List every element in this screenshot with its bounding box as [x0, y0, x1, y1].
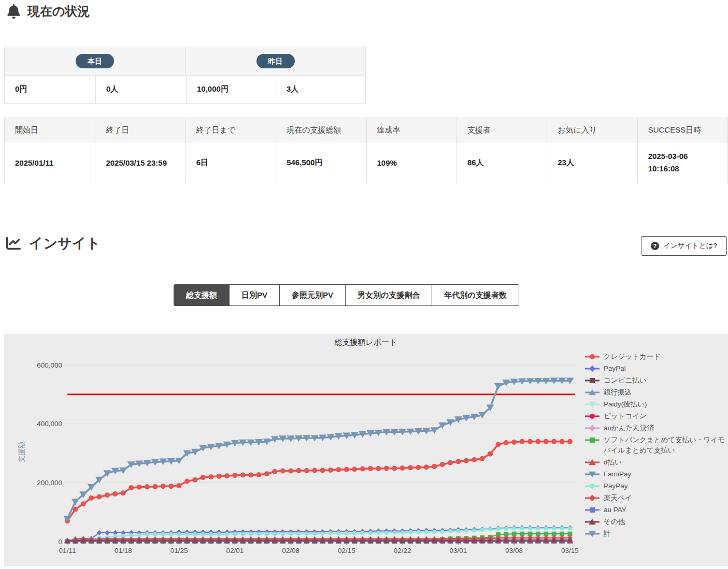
legend-item-label: au PAY [604, 505, 626, 515]
svg-text:02/08: 02/08 [282, 547, 299, 555]
insight-help-button[interactable]: ? インサイトとは? [641, 236, 727, 256]
value-success-datetime: 2025-03-06 10:16:08 [637, 142, 727, 183]
legend-item-label: d払い [604, 457, 622, 468]
legend-marker-icon [584, 425, 600, 432]
legend-marker-icon [584, 377, 600, 384]
svg-text:支援額: 支援額 [18, 441, 25, 462]
bell-icon [7, 4, 20, 19]
legend-item[interactable]: ビットコイン [584, 411, 728, 421]
legend-item-label: Paidy(後払い) [604, 399, 647, 410]
legend-marker-icon [584, 494, 600, 502]
yesterday-header-cell: 昨日 [185, 47, 365, 75]
svg-text:400,000: 400,000 [37, 420, 62, 428]
legend-marker-icon [584, 518, 600, 526]
legend-item[interactable]: auかんたん決済 [584, 423, 728, 433]
header-success-datetime: SUCCESS日時 [637, 118, 727, 142]
legend-marker-icon [584, 471, 600, 478]
legend-item-label: auかんたん決済 [604, 423, 654, 433]
today-header-cell: 本日 [5, 47, 185, 75]
value-current-total: 546,500円 [276, 142, 366, 183]
header-favorites: お気に入り [547, 118, 637, 142]
legend-item-label: PayPal [604, 363, 626, 374]
insight-section-heading: インサイト [5, 234, 101, 253]
legend-item[interactable]: FamiPay [584, 469, 728, 479]
legend-item-label: コンビニ払い [604, 375, 647, 386]
header-current-total: 現在の支援総額 [276, 118, 366, 142]
status-section-heading: 現在の状況 [7, 3, 90, 20]
yesterday-supporter-count: 3人 [276, 76, 365, 103]
legend-item[interactable]: Paidy(後払い) [584, 399, 728, 410]
tab-total-support[interactable]: 総支援額 [174, 284, 230, 306]
today-amount: 0円 [5, 76, 95, 103]
legend-item[interactable]: コンビニ払い [584, 375, 728, 386]
status-section-title: 現在の状況 [27, 3, 90, 20]
legend-marker-icon [584, 483, 600, 490]
legend-item[interactable]: ソフトバンクまとめて支払い・ワイモバイルまとめて支払い [584, 435, 728, 456]
legend-item[interactable]: 銀行振込 [584, 387, 728, 398]
value-days-remaining: 6日 [185, 142, 276, 183]
legend-item-label: ソフトバンクまとめて支払い・ワイモバイルまとめて支払い [604, 435, 728, 456]
legend-item-label: クレジットカード [604, 352, 661, 362]
header-achievement-rate: 達成率 [366, 118, 456, 142]
tab-daily-pv[interactable]: 日別PV [229, 284, 280, 306]
today-badge: 本日 [76, 54, 114, 68]
legend-item-label: 楽天ペイ [604, 493, 632, 503]
legend-item-label: PayPay [604, 481, 628, 491]
chart-legend: クレジットカードPayPalコンビニ払い銀行振込Paidy(後払い)ビットコイン… [584, 352, 728, 541]
insight-tab-bar: 総支援額 日別PV 参照元別PV 男女別の支援割合 年代別の支援者数 [174, 284, 519, 306]
header-supporters: 支援者 [456, 118, 547, 142]
svg-text:02/01: 02/01 [226, 547, 244, 555]
value-start-date: 2025/01/11 [5, 142, 95, 183]
legend-marker-icon [584, 389, 600, 396]
svg-text:600,000: 600,000 [37, 361, 62, 369]
legend-item[interactable]: 計 [584, 529, 728, 539]
tab-support-by-gender[interactable]: 男女別の支援割合 [345, 284, 432, 306]
header-start-date: 開始日 [5, 118, 95, 142]
legend-item[interactable]: d払い [584, 457, 728, 468]
legend-marker-icon [584, 506, 600, 514]
legend-item[interactable]: PayPay [584, 481, 728, 491]
legend-marker-icon [584, 365, 600, 372]
legend-marker-icon [584, 436, 600, 444]
legend-marker-icon [584, 530, 600, 537]
legend-marker-icon [584, 353, 600, 360]
yesterday-amount: 10,000円 [186, 76, 276, 103]
legend-item[interactable]: PayPal [584, 363, 728, 374]
legend-item-label: 計 [604, 529, 611, 539]
yesterday-badge: 昨日 [256, 54, 295, 68]
svg-text:総支援額レポート: 総支援額レポート [334, 338, 397, 346]
legend-item-label: FamiPay [604, 469, 631, 479]
svg-text:200,000: 200,000 [37, 479, 62, 487]
svg-text:0: 0 [58, 538, 62, 546]
total-support-chart-panel: 0200,000400,000600,00001/1101/1801/2502/… [4, 334, 728, 566]
legend-item-label: ビットコイン [604, 411, 647, 421]
value-favorites: 23人 [547, 142, 637, 183]
value-achievement-rate: 109% [366, 142, 456, 183]
insight-help-label: インサイトとは? [663, 241, 717, 251]
svg-text:01/11: 01/11 [59, 547, 76, 555]
svg-text:03/08: 03/08 [505, 547, 523, 555]
value-end-date: 2025/03/15 23:59 [95, 142, 185, 183]
insight-section-title: インサイト [29, 234, 101, 253]
tab-pv-by-referrer[interactable]: 参照元別PV [279, 284, 346, 306]
svg-text:03/01: 03/01 [450, 547, 467, 555]
question-circle-icon: ? [651, 242, 659, 250]
today-supporter-count: 0人 [95, 76, 186, 103]
svg-text:01/18: 01/18 [115, 547, 132, 555]
header-days-remaining: 終了日まで [185, 118, 276, 142]
header-end-date: 終了日 [95, 118, 185, 142]
svg-text:02/22: 02/22 [394, 547, 411, 555]
legend-item[interactable]: クレジットカード [584, 352, 728, 362]
legend-item[interactable]: 楽天ペイ [584, 493, 728, 503]
legend-marker-icon [584, 459, 600, 466]
svg-text:01/25: 01/25 [170, 547, 188, 555]
legend-item[interactable]: au PAY [584, 505, 728, 515]
legend-item[interactable]: その他 [584, 517, 728, 527]
tab-supporters-by-age[interactable]: 年代別の支援者数 [432, 284, 519, 306]
legend-marker-icon [584, 401, 600, 408]
legend-item-label: その他 [604, 517, 625, 527]
legend-marker-icon [584, 413, 600, 420]
campaign-summary-table: 開始日 終了日 終了日まで 現在の支援総額 達成率 支援者 お気に入り SUCC… [4, 118, 728, 183]
value-supporters: 86人 [456, 142, 547, 183]
daily-summary-table: 本日 昨日 0円 0人 10,000円 3人 [4, 47, 366, 104]
